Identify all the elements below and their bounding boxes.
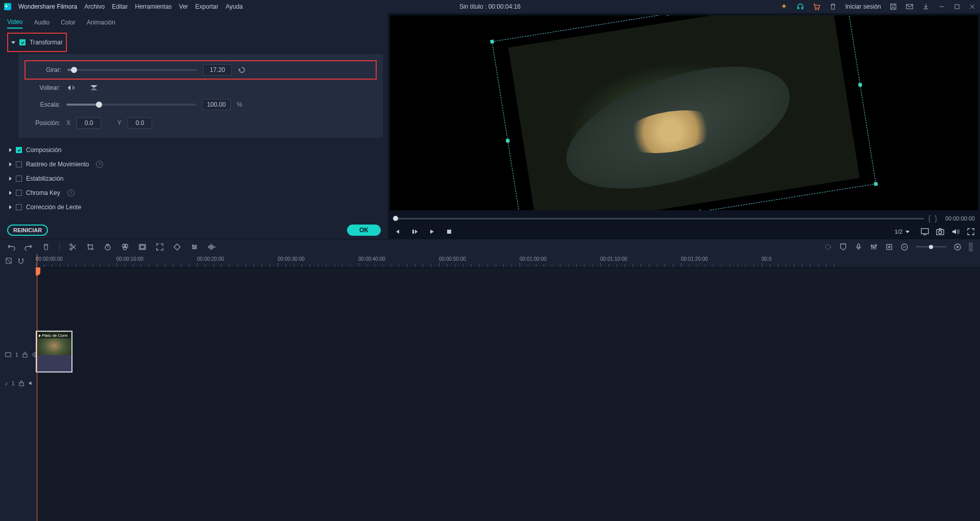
svg-rect-6 [447,230,451,234]
magnet-icon[interactable] [17,257,24,264]
prev-frame-icon[interactable] [393,228,401,236]
tab-color[interactable]: Color [61,19,76,28]
video-track-number: 1 [15,352,18,358]
menu-tools[interactable]: Herramientas [135,3,172,10]
tab-animation[interactable]: Animación [87,19,115,28]
effects-icon[interactable] [780,3,788,11]
video-preview[interactable] [390,15,978,210]
section-lens[interactable]: Corrección de Lente [7,200,383,214]
stabilization-checkbox[interactable] [16,176,22,182]
lock-icon[interactable] [22,352,28,358]
mail-icon[interactable] [905,3,914,11]
marker-add-icon[interactable] [885,243,893,251]
mixer-icon[interactable] [870,243,878,251]
save-icon[interactable] [889,3,897,11]
chroma-label: Chroma Key [26,189,60,196]
menu-help[interactable]: Ayuda [226,3,243,10]
audio-sync-icon[interactable] [208,243,216,251]
download-icon[interactable] [922,3,930,11]
trash-icon[interactable] [829,3,837,11]
preview-panel: { } 00:00:00:00 1/2 [388,13,980,239]
speaker-icon[interactable] [28,381,34,386]
lock-icon[interactable] [19,380,24,386]
display-icon[interactable] [921,228,929,236]
close-button[interactable] [969,3,976,10]
timeline-options-icon[interactable] [5,257,12,264]
section-composition[interactable]: Composición [7,143,383,157]
color-icon[interactable] [121,243,129,251]
menu-file[interactable]: Archivo [84,3,105,10]
zoom-out-icon[interactable] [900,243,909,251]
tab-video[interactable]: Video [7,18,22,29]
mark-out-icon[interactable]: } [935,214,937,222]
cart-icon[interactable] [813,3,821,11]
rotate-slider[interactable] [67,69,197,71]
snapshot-icon[interactable] [936,228,944,236]
ok-button[interactable]: OK [347,225,381,236]
playhead[interactable] [37,254,37,521]
volume-icon[interactable] [951,228,960,236]
section-motion-tracking[interactable]: Rastreo de Movimiento ? [7,157,383,171]
chevron-down-icon [11,41,15,44]
help-icon[interactable]: ? [96,161,103,168]
section-transform[interactable]: Transformar [9,35,65,50]
svg-rect-4 [955,5,959,9]
login-link[interactable]: Iniciar sesión [845,3,881,10]
rotate-value[interactable]: 17.20 [203,64,232,76]
play-icon[interactable] [428,228,436,236]
mic-icon[interactable] [854,243,863,251]
transform-checkbox[interactable] [19,39,26,45]
render-icon[interactable] [824,243,832,251]
tab-audio[interactable]: Audio [34,19,50,28]
transform-body: Girar: 17.20 Voltear: Escala [18,54,383,138]
stabilization-label: Estabilización [26,175,63,182]
menu-export[interactable]: Exportar [195,3,218,10]
redo-icon[interactable] [24,243,33,251]
undo-icon[interactable] [7,243,15,251]
keyframe-icon[interactable] [173,243,181,251]
svg-rect-28 [875,245,876,246]
section-stabilization[interactable]: Estabilización [7,171,383,186]
menu-edit[interactable]: Editar [112,3,128,10]
help-icon[interactable]: ? [67,189,75,196]
zoom-in-icon[interactable] [953,243,962,251]
split-icon[interactable] [69,243,77,251]
crop-icon[interactable] [86,243,94,251]
minimize-button[interactable] [938,3,945,10]
svg-rect-18 [208,246,209,248]
position-y-value[interactable]: 0.0 [128,117,152,129]
preview-quality-dropdown[interactable]: 1/2 [891,228,914,236]
play-pause-icon[interactable] [410,228,419,236]
motion-tracking-checkbox[interactable] [16,161,22,167]
timeline-ruler[interactable]: 00:00:00:0000:00:10:0000:00:20:0000:00:3… [36,254,980,267]
flip-vertical-icon[interactable] [89,84,99,92]
marker-shield-icon[interactable] [839,243,847,251]
expand-icon[interactable] [156,243,164,251]
scale-value[interactable]: 100.00 [202,99,231,110]
section-chroma[interactable]: Chroma Key ? [7,186,383,200]
green-screen-icon[interactable] [138,243,146,251]
zoom-slider[interactable] [916,246,946,247]
svg-point-24 [825,244,830,250]
fullscreen-icon[interactable] [967,228,975,236]
composition-checkbox[interactable] [16,147,22,153]
stop-icon[interactable] [445,228,453,236]
flip-label: Voltear: [30,84,60,91]
headphones-icon[interactable] [796,3,804,11]
reset-button[interactable]: REINICIAR [7,225,48,236]
position-label: Posición: [30,119,60,127]
flip-horizontal-icon[interactable] [66,84,77,92]
rotate-reset-icon[interactable] [238,66,246,74]
chroma-checkbox[interactable] [16,190,22,196]
lens-checkbox[interactable] [16,204,22,210]
menu-view[interactable]: Ver [179,3,188,10]
maximize-button[interactable] [953,3,961,10]
scale-slider[interactable] [66,104,196,106]
timeline-clip[interactable]: Plato de Comi [36,331,72,373]
scrub-bar[interactable] [393,218,924,219]
speed-icon[interactable] [104,243,112,251]
adjust-icon[interactable] [190,243,199,251]
position-x-value[interactable]: 0.0 [77,117,101,129]
mark-in-icon[interactable]: { [928,214,931,222]
delete-icon[interactable] [42,243,50,251]
